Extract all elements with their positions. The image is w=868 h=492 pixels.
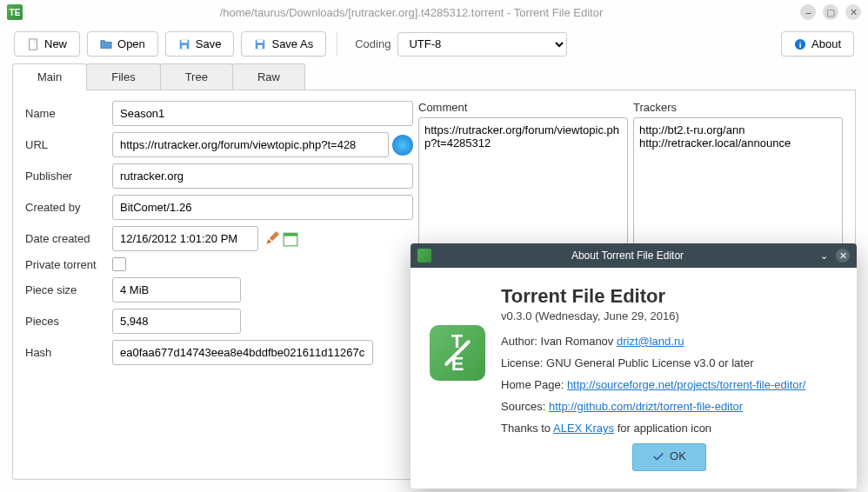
about-author: Author: Ivan Romanov drizt@land.ru bbox=[501, 335, 838, 348]
save-as-icon bbox=[254, 38, 266, 50]
app-icon: TE bbox=[7, 4, 23, 20]
file-icon bbox=[27, 38, 39, 50]
private-checkbox[interactable] bbox=[112, 257, 126, 271]
about-thanks: Thanks to ALEX Krays for application ico… bbox=[501, 422, 838, 435]
svg-rect-5 bbox=[257, 39, 264, 43]
name-label: Name bbox=[25, 107, 112, 120]
svg-rect-3 bbox=[182, 44, 186, 48]
close-button[interactable]: ✕ bbox=[845, 4, 861, 20]
createdby-input[interactable] bbox=[112, 195, 413, 220]
dialog-close-icon[interactable]: ✕ bbox=[836, 249, 850, 263]
date-input[interactable] bbox=[112, 226, 258, 251]
about-version: v0.3.0 (Wednesday, June 29, 2016) bbox=[501, 309, 838, 322]
homepage-link[interactable]: http://sourceforge.net/projects/torrent-… bbox=[567, 378, 806, 391]
svg-rect-2 bbox=[181, 39, 187, 43]
minimize-button[interactable]: ‒ bbox=[800, 4, 816, 20]
svg-text:i: i bbox=[799, 39, 802, 49]
save-as-button[interactable]: Save As bbox=[241, 31, 326, 57]
author-email-link[interactable]: drizt@land.ru bbox=[617, 335, 684, 348]
thanks-link[interactable]: ALEX Krays bbox=[553, 422, 614, 435]
private-label: Private torrent bbox=[25, 258, 112, 271]
about-app-name: Torrent File Editor bbox=[501, 285, 838, 308]
piece-size-label: Piece size bbox=[25, 283, 112, 296]
window-title: /home/taurus/Downloads/[rutracker.org].t… bbox=[23, 6, 800, 19]
publisher-label: Publisher bbox=[25, 170, 112, 183]
folder-open-icon bbox=[100, 38, 112, 50]
info-icon: i bbox=[794, 38, 806, 50]
hash-input[interactable] bbox=[112, 340, 373, 365]
date-label: Date created bbox=[25, 232, 112, 245]
svg-rect-10 bbox=[284, 233, 297, 236]
app-logo-icon: TE bbox=[430, 325, 485, 381]
new-button[interactable]: New bbox=[14, 31, 80, 57]
createdby-label: Created by bbox=[25, 201, 112, 214]
pieces-label: Pieces bbox=[25, 315, 112, 328]
piece-size-input[interactable] bbox=[112, 277, 241, 303]
brush-icon[interactable] bbox=[264, 231, 279, 247]
tab-raw[interactable]: Raw bbox=[232, 63, 305, 90]
dialog-title: About Torrent File Editor bbox=[438, 249, 817, 262]
pieces-input[interactable] bbox=[112, 309, 241, 334]
about-button[interactable]: i About bbox=[781, 31, 854, 57]
comment-label: Comment bbox=[418, 101, 628, 114]
publisher-input[interactable] bbox=[112, 163, 413, 189]
sources-link[interactable]: http://github.com/drizt/torrent-file-edi… bbox=[549, 400, 743, 413]
check-icon bbox=[652, 450, 664, 462]
svg-rect-6 bbox=[258, 44, 263, 48]
save-button[interactable]: Save bbox=[165, 31, 235, 57]
url-input[interactable] bbox=[112, 132, 389, 157]
tab-files[interactable]: Files bbox=[86, 63, 160, 90]
url-label: URL bbox=[25, 138, 112, 151]
globe-icon[interactable] bbox=[392, 135, 413, 156]
hash-label: Hash bbox=[25, 346, 112, 359]
calendar-icon[interactable] bbox=[283, 231, 298, 247]
dialog-app-icon bbox=[417, 249, 431, 263]
name-input[interactable] bbox=[112, 101, 413, 126]
save-icon bbox=[178, 38, 190, 50]
trackers-label: Trackers bbox=[633, 101, 843, 114]
about-license: License: GNU General Public License v3.0… bbox=[501, 356, 838, 369]
coding-label: Coding bbox=[355, 37, 391, 50]
open-button[interactable]: Open bbox=[87, 31, 158, 57]
about-sources: Sources: http://github.com/drizt/torrent… bbox=[501, 400, 838, 413]
tab-main[interactable]: Main bbox=[12, 63, 87, 90]
ok-button[interactable]: OK bbox=[632, 443, 706, 471]
about-dialog: About Torrent File Editor ⌄ ✕ TE Torrent… bbox=[411, 243, 857, 489]
maximize-button[interactable]: ▢ bbox=[823, 4, 838, 20]
about-homepage: Home Page: http://sourceforge.net/projec… bbox=[501, 378, 838, 391]
dialog-minimize-icon[interactable]: ⌄ bbox=[817, 249, 831, 263]
svg-rect-0 bbox=[30, 38, 37, 49]
coding-select[interactable]: UTF-8 bbox=[397, 32, 567, 57]
tab-tree[interactable]: Tree bbox=[160, 63, 233, 90]
